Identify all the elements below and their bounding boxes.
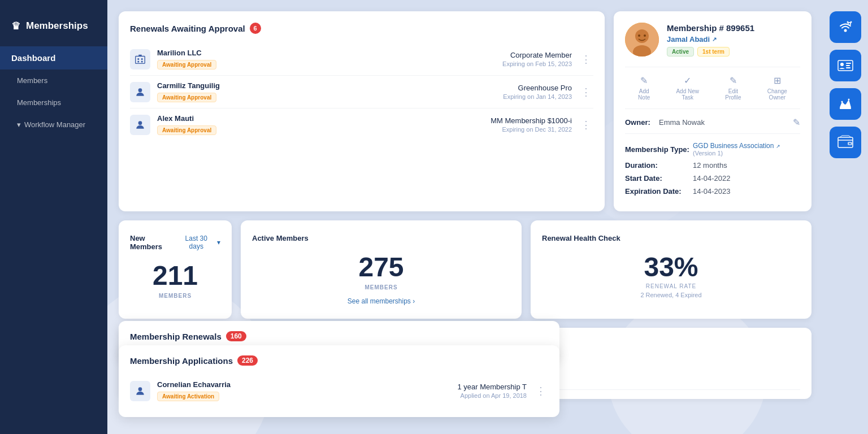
renewal-status: Awaiting Approval — [157, 125, 216, 135]
svg-point-11 — [638, 34, 640, 37]
membership-type-sub: (Version 1) — [693, 150, 780, 157]
active-members-title: Active Members — [252, 234, 309, 242]
sidebar-logo: ♛ Memberships — [0, 11, 107, 46]
svg-point-19 — [849, 23, 850, 25]
renewal-status: Awaiting Approval — [157, 93, 216, 102]
crown-logo-icon: ♛ — [11, 20, 20, 32]
renewal-expiry: Expiring on Dec 31, 2022 — [491, 126, 572, 133]
right-sidebar — [823, 0, 868, 434]
member-name: Jamal Abadi — [667, 35, 710, 44]
floating-app-item: Cornelian Echavarria Awaiting Activation… — [130, 375, 548, 407]
member-name-link[interactable]: Jamal Abadi ↗ — [667, 35, 754, 44]
svg-rect-2 — [141, 58, 143, 60]
sidebar-item-memberships[interactable]: Memberships — [0, 92, 107, 114]
active-members-label: MEMBERS — [252, 284, 510, 290]
external-link-small-icon: ↗ — [776, 144, 780, 149]
renewal-info: Carmiliz Tanguilig Awaiting Approval — [157, 81, 496, 102]
renewal-health-card: Renewal Health Check 33% RENEWAL RATE 2 … — [531, 220, 811, 319]
owner-label: Owner: — [625, 118, 659, 127]
sidebar: ♛ Memberships Dashboard Members Membersh… — [0, 0, 107, 434]
add-task-button[interactable]: ✓ Add NewTask — [676, 75, 699, 101]
external-link-icon: ↗ — [712, 36, 717, 42]
membership-type-row: Membership Type: GGD Business Associatio… — [625, 142, 800, 157]
floating-renewals-badge: 160 — [226, 331, 246, 341]
renewal-expiry: Expiring on Jan 14, 2023 — [503, 93, 572, 100]
renewal-name: Carmiliz Tanguilig — [157, 81, 496, 90]
top-row: Renewals Awaiting Approval 6 — [119, 11, 811, 211]
status-term-badge: 1st term — [697, 47, 730, 57]
period-selector[interactable]: Last 30 days ▾ — [178, 235, 220, 250]
add-note-button[interactable]: ✎ AddNote — [638, 75, 650, 101]
renewal-type-name: MM Membership $1000-i — [491, 116, 572, 125]
start-date-value: 14-04-2022 — [693, 174, 731, 183]
membership-type-value-block: GGD Business Association ↗ (Version 1) — [693, 142, 780, 157]
sidebar-item-dashboard[interactable]: Dashboard — [0, 46, 107, 70]
add-note-label: AddNote — [638, 88, 650, 101]
svg-rect-1 — [137, 58, 139, 60]
svg-point-21 — [847, 21, 849, 23]
svg-rect-22 — [838, 60, 853, 71]
see-all-memberships-link[interactable]: See all memberships › — [252, 297, 510, 305]
floating-applications-title: Membership Applications — [130, 356, 233, 366]
sidebar-item-members[interactable]: Members — [0, 70, 107, 92]
member-status-row: Active 1st term — [667, 47, 754, 57]
renewal-menu-button[interactable]: ⋮ — [579, 116, 593, 133]
sidebar-navigation: Dashboard Members Memberships ▾ Workflow… — [0, 46, 107, 136]
svg-point-23 — [840, 63, 844, 66]
renewal-item: Alex Mauti Awaiting Approval MM Membersh… — [130, 108, 593, 141]
expiration-date-row: Expiration Date: 14-04-2023 — [625, 187, 800, 196]
svg-rect-27 — [840, 107, 851, 109]
new-members-title: New Members — [130, 234, 178, 251]
new-members-card: New Members Last 30 days ▾ 211 MEMBERS — [119, 220, 232, 319]
edit-profile-button[interactable]: ✎ EditProfile — [725, 75, 741, 101]
renewal-info: Marilion LLC Awaiting Approval — [157, 49, 496, 70]
add-task-icon: ✓ — [684, 75, 691, 86]
edit-profile-label: EditProfile — [725, 88, 741, 101]
renewal-rate-number: 33% — [542, 254, 800, 281]
start-date-row: Start Date: 14-04-2022 — [625, 174, 800, 183]
id-card-button[interactable] — [830, 50, 861, 81]
owner-row: Owner: Emma Nowak ✎ — [625, 117, 800, 134]
floating-app-applied: Applied on Apr 19, 2018 — [457, 392, 527, 399]
svg-rect-5 — [138, 54, 142, 56]
sidebar-item-workflow[interactable]: ▾ Workflow Manager — [0, 114, 107, 136]
edit-profile-icon: ✎ — [730, 75, 737, 86]
membership-type-link[interactable]: GGD Business Association ↗ — [693, 142, 780, 150]
status-active-badge: Active — [667, 47, 694, 57]
chevron-down-icon: ▾ — [217, 238, 220, 246]
renewal-health-title: Renewal Health Check — [542, 234, 620, 242]
svg-rect-24 — [846, 63, 851, 64]
add-task-label: Add NewTask — [676, 88, 699, 101]
renewal-rate-label: RENEWAL RATE — [542, 283, 800, 289]
wallet-button[interactable] — [830, 127, 861, 158]
renewals-badge: 6 — [250, 23, 261, 34]
floating-renewals-header: Membership Renewals 160 — [130, 331, 548, 341]
change-owner-label: ChangeOwner — [767, 88, 787, 101]
owner-edit-icon[interactable]: ✎ — [793, 117, 800, 128]
renewal-item: Marilion LLC Awaiting Approval Corporate… — [130, 43, 593, 76]
change-owner-icon: ⊞ — [774, 75, 781, 86]
crown-button[interactable] — [830, 88, 861, 120]
floating-app-type: 1 year Membership T Applied on Apr 19, 2… — [457, 383, 527, 399]
renewal-menu-button[interactable]: ⋮ — [579, 51, 593, 68]
new-members-label: MEMBERS — [130, 293, 220, 299]
duration-value: 12 months — [693, 161, 727, 170]
floating-app-avatar — [130, 381, 150, 401]
renewal-menu-button[interactable]: ⋮ — [579, 84, 593, 101]
owner-value: Emma Nowak — [659, 118, 793, 127]
renewal-status: Awaiting Approval — [157, 60, 216, 70]
floating-app-status: Awaiting Activation — [157, 392, 219, 401]
renewal-name: Marilion LLC — [157, 49, 496, 57]
svg-rect-0 — [136, 56, 145, 63]
wifi-group-button[interactable] — [830, 11, 861, 43]
svg-point-20 — [850, 21, 852, 23]
active-members-number: 275 — [252, 254, 510, 281]
renewals-awaiting-card: Renewals Awaiting Approval 6 — [119, 11, 605, 211]
membership-type-label: Membership Type: — [625, 145, 693, 154]
floating-app-menu-button[interactable]: ⋮ — [533, 383, 548, 400]
expiration-date-value: 14-04-2023 — [693, 187, 731, 196]
change-owner-button[interactable]: ⊞ ChangeOwner — [767, 75, 787, 101]
floating-app-name: Cornelian Echavarria — [157, 380, 450, 389]
stats-row: New Members Last 30 days ▾ 211 MEMBERS A… — [119, 220, 811, 319]
member-detail-card: Membership # 899651 Jamal Abadi ↗ Active… — [614, 11, 811, 211]
